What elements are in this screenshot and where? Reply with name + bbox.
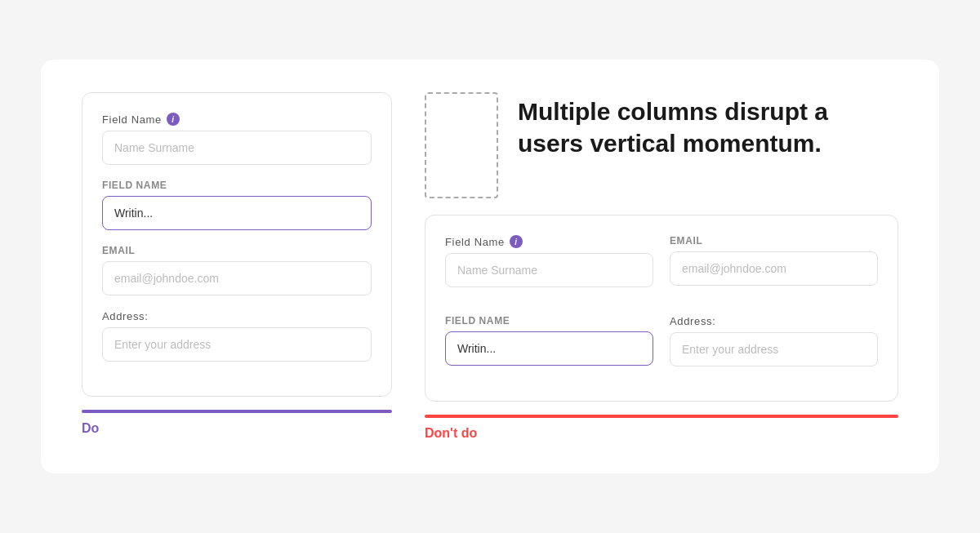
left-form-card: Field Name i FIELD NAME EMAIL Addr xyxy=(82,92,392,397)
left-field-1: Field Name i xyxy=(102,113,372,165)
info-icon-2[interactable]: i xyxy=(510,235,523,248)
dashed-box xyxy=(425,92,498,198)
right-divider xyxy=(425,415,898,418)
right-form-card: Field Name i EMAIL FIELD NAME xyxy=(425,215,898,402)
left-input-3[interactable] xyxy=(102,261,372,295)
headline: Multiple columns disrupt a users vertica… xyxy=(518,92,898,159)
right-top-area: Multiple columns disrupt a users vertica… xyxy=(425,92,898,198)
two-col-grid: Field Name i EMAIL FIELD NAME xyxy=(445,235,878,381)
left-field-4: Address: xyxy=(102,310,372,362)
right-label-2: EMAIL xyxy=(670,235,878,247)
right-input-3[interactable] xyxy=(445,331,653,366)
left-field-2: FIELD NAME xyxy=(102,180,372,230)
right-input-4[interactable] xyxy=(670,332,878,366)
left-field-3: EMAIL xyxy=(102,245,372,295)
left-divider xyxy=(82,410,392,413)
left-label-4: Address: xyxy=(102,310,372,322)
left-label-3: EMAIL xyxy=(102,245,372,256)
right-label-3: FIELD NAME xyxy=(445,315,653,326)
right-label-4: Address: xyxy=(670,315,878,327)
right-input-1[interactable] xyxy=(445,253,653,287)
left-label-2: FIELD NAME xyxy=(102,180,372,191)
left-panel: Field Name i FIELD NAME EMAIL Addr xyxy=(82,92,392,436)
left-label-1: Field Name i xyxy=(102,113,372,126)
right-panel: Multiple columns disrupt a users vertica… xyxy=(425,92,898,441)
right-panel-label: Don't do xyxy=(425,426,898,441)
right-input-2[interactable] xyxy=(670,251,878,286)
right-field-1: Field Name i xyxy=(445,235,653,287)
main-container: Field Name i FIELD NAME EMAIL Addr xyxy=(41,60,939,473)
right-field-2: EMAIL xyxy=(670,235,878,287)
right-field-4: Address: xyxy=(670,315,878,366)
left-input-1[interactable] xyxy=(102,131,372,165)
left-panel-label: Do xyxy=(82,421,392,436)
info-icon-1[interactable]: i xyxy=(167,113,180,126)
left-input-4[interactable] xyxy=(102,327,372,362)
right-label-1: Field Name i xyxy=(445,235,653,248)
right-field-3: FIELD NAME xyxy=(445,315,653,366)
left-input-2[interactable] xyxy=(102,196,372,230)
